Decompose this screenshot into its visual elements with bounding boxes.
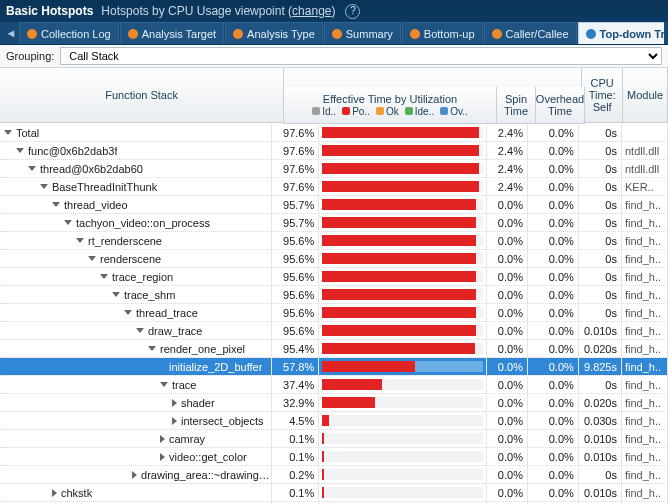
help-icon[interactable]: ?: [345, 4, 360, 19]
cell-self: 0.010s: [579, 322, 622, 339]
collapse-icon[interactable]: [112, 292, 120, 297]
cell-overhead: 0.0%: [528, 412, 579, 429]
cell-module: find_h..: [622, 304, 668, 321]
collapse-icon[interactable]: [52, 202, 60, 207]
cell-function: trace_region: [0, 268, 272, 285]
table-row[interactable]: rt_renderscene95.6%0.0%0.0%0sfind_h..: [0, 232, 668, 250]
cell-spin: 0.0%: [487, 214, 528, 231]
change-link[interactable]: change: [292, 4, 331, 18]
cell-spin: 0.0%: [487, 430, 528, 447]
collapse-icon[interactable]: [16, 148, 24, 153]
tab-top-down-tree[interactable]: Top-down Tree: [578, 22, 664, 44]
expand-icon[interactable]: [52, 489, 57, 497]
cell-self: 9.825s: [579, 358, 622, 375]
table-row[interactable]: func@0x6b2dab3f97.6%2.4%0.0%0sntdll.dll: [0, 142, 668, 160]
cell-overhead: 0.0%: [528, 358, 579, 375]
tab-collection-log[interactable]: Collection Log: [19, 22, 119, 44]
cell-spin: 2.4%: [487, 142, 528, 159]
expand-icon[interactable]: [172, 399, 177, 407]
cell-effective-value: 57.8%: [272, 358, 319, 375]
tab-analysis-target[interactable]: Analysis Target: [120, 22, 224, 44]
collapse-icon[interactable]: [148, 346, 156, 351]
cell-self: 0s: [579, 124, 622, 141]
table-body[interactable]: Total97.6%2.4%0.0%0sfunc@0x6b2dab3f97.6%…: [0, 124, 668, 504]
table-row[interactable]: trace_region95.6%0.0%0.0%0sfind_h..: [0, 268, 668, 286]
tab-bottom-up[interactable]: Bottom-up: [402, 22, 483, 44]
table-row[interactable]: renderscene95.6%0.0%0.0%0sfind_h..: [0, 250, 668, 268]
table-row[interactable]: thread@0x6b2dab6097.6%2.4%0.0%0sntdll.dl…: [0, 160, 668, 178]
table-row[interactable]: BaseThreadInitThunk97.6%2.4%0.0%0sKER..: [0, 178, 668, 196]
cell-overhead: 0.0%: [528, 340, 579, 357]
collapse-icon[interactable]: [100, 274, 108, 279]
table-row[interactable]: chkstk0.1%0.0%0.0%0.010sfind_h..: [0, 484, 668, 502]
table-row[interactable]: draw_trace95.6%0.0%0.0%0.010sfind_h..: [0, 322, 668, 340]
cell-effective-value: 97.6%: [272, 124, 319, 141]
cell-module: find_h..: [622, 394, 668, 411]
cell-spin: 2.4%: [487, 160, 528, 177]
cell-function: renderscene: [0, 250, 272, 267]
cell-effective-bar: [319, 232, 486, 249]
collapse-icon[interactable]: [88, 256, 96, 261]
cell-effective-value: 95.7%: [272, 196, 319, 213]
cell-module: find_h..: [622, 466, 668, 483]
table-row[interactable]: render_one_pixel95.4%0.0%0.0%0.020sfind_…: [0, 340, 668, 358]
table-row[interactable]: Total97.6%2.4%0.0%0s: [0, 124, 668, 142]
cell-self: 0s: [579, 232, 622, 249]
table-row[interactable]: thread_trace95.6%0.0%0.0%0sfind_h..: [0, 304, 668, 322]
table-row[interactable]: camray0.1%0.0%0.0%0.010sfind_h..: [0, 430, 668, 448]
table-row[interactable]: thread_video95.7%0.0%0.0%0sfind_h..: [0, 196, 668, 214]
collapse-icon[interactable]: [136, 328, 144, 333]
expand-icon[interactable]: [160, 435, 165, 443]
tab-caller-callee[interactable]: Caller/Callee: [484, 22, 577, 44]
table-row[interactable]: video::get_color0.1%0.0%0.0%0.010sfind_h…: [0, 448, 668, 466]
cell-function: shader: [0, 394, 272, 411]
table-row[interactable]: initialize_2D_buffer57.8%0.0%0.0%9.825sf…: [0, 358, 668, 376]
tabbar: ◄ Collection LogAnalysis TargetAnalysis …: [0, 22, 668, 45]
header-effective[interactable]: Effective Time by Utilization Id..Po..Ok…: [284, 87, 497, 124]
table-headers: Function Stack CPU Time: Total CPU Time:…: [0, 68, 668, 124]
cell-self: 0s: [579, 304, 622, 321]
function-name: trace_shm: [124, 289, 175, 301]
cell-effective-value: 95.6%: [272, 250, 319, 267]
cell-self: 0.010s: [579, 448, 622, 465]
cell-self: 0.010s: [579, 430, 622, 447]
cell-module: find_h..: [622, 268, 668, 285]
table-row[interactable]: intersect_objects4.5%0.0%0.0%0.030sfind_…: [0, 412, 668, 430]
cell-effective-value: 95.6%: [272, 268, 319, 285]
cell-effective-bar: [319, 250, 486, 267]
tab-scroll-left-icon[interactable]: ◄: [4, 22, 18, 44]
table-row[interactable]: trace37.4%0.0%0.0%0sfind_h..: [0, 376, 668, 394]
tab-icon: [128, 29, 138, 39]
collapse-icon[interactable]: [28, 166, 36, 171]
tab-analysis-type[interactable]: Analysis Type: [225, 22, 323, 44]
collapse-icon[interactable]: [160, 382, 168, 387]
cell-effective-value: 97.6%: [272, 160, 319, 177]
expand-icon[interactable]: [172, 417, 177, 425]
table-row[interactable]: tachyon_video::on_process95.7%0.0%0.0%0s…: [0, 214, 668, 232]
expand-icon[interactable]: [160, 453, 165, 461]
cell-overhead: 0.0%: [528, 448, 579, 465]
collapse-icon[interactable]: [64, 220, 72, 225]
tab-label: Caller/Callee: [506, 28, 569, 40]
cell-self: 0s: [579, 250, 622, 267]
legend-item: Id..: [312, 106, 336, 117]
tab-label: Bottom-up: [424, 28, 475, 40]
legend-text: Ide..: [415, 106, 434, 117]
collapse-icon[interactable]: [76, 238, 84, 243]
function-name: func@0x6b2dab3f: [28, 145, 117, 157]
app-title: Basic Hotspots: [6, 4, 93, 18]
expand-icon[interactable]: [132, 471, 137, 479]
header-overhead[interactable]: Overhead Time: [536, 87, 585, 124]
cell-effective-value: 0.1%: [272, 484, 319, 501]
grouping-select[interactable]: Call Stack: [60, 47, 662, 65]
cell-overhead: 0.0%: [528, 124, 579, 141]
collapse-icon[interactable]: [124, 310, 132, 315]
collapse-icon[interactable]: [40, 184, 48, 189]
table-row[interactable]: drawing_area::~drawing_area0.2%0.0%0.0%0…: [0, 466, 668, 484]
collapse-icon[interactable]: [4, 130, 12, 135]
header-spin[interactable]: Spin Time: [497, 87, 536, 124]
table-row[interactable]: shader32.9%0.0%0.0%0.020sfind_h..: [0, 394, 668, 412]
table-row[interactable]: trace_shm95.6%0.0%0.0%0sfind_h..: [0, 286, 668, 304]
tab-summary[interactable]: Summary: [324, 22, 401, 44]
cell-effective-value: 97.6%: [272, 142, 319, 159]
